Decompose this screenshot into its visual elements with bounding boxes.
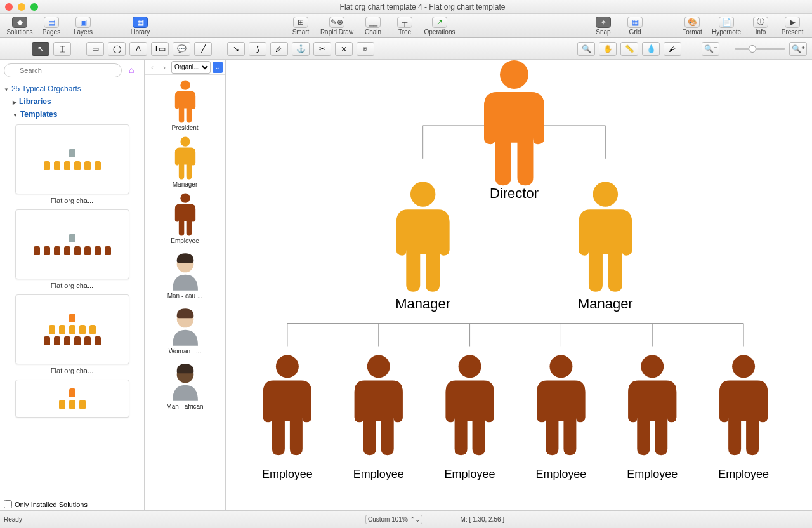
mouse-coords: M: [ 1.30, 2.56 ]	[461, 516, 504, 523]
textbox-tool[interactable]: T▭	[151, 42, 169, 56]
shapes-panel: ‹ › Organi... ⌄ President Manager Employ…	[145, 60, 226, 510]
svg-point-24	[549, 355, 572, 378]
shape-item[interactable]: Manager	[145, 135, 225, 188]
brush-tool[interactable]: 🖌	[664, 42, 681, 56]
search-input[interactable]	[4, 63, 122, 77]
shape-item[interactable]: Man - cau ...	[145, 248, 225, 300]
svg-point-18	[500, 60, 528, 89]
solutions-button[interactable]: ◆Solutions	[4, 15, 36, 37]
present-button[interactable]: ▶Present	[776, 15, 808, 37]
titlebar: Flat org chart template 4 - Flat org cha…	[0, 0, 812, 14]
rect-tool[interactable]: ▭	[86, 42, 104, 56]
eyedropper-tool[interactable]: 💧	[642, 42, 660, 56]
node-label: Employee	[445, 468, 495, 480]
operations-button[interactable]: ↗Operations	[421, 15, 459, 37]
connector-tool[interactable]: ↘	[227, 42, 245, 56]
shape-item[interactable]: Woman - ...	[145, 303, 225, 355]
person-icon[interactable]	[263, 355, 311, 455]
measure-tool[interactable]: 📏	[620, 42, 638, 56]
anchor-tool[interactable]: ⚓	[292, 42, 310, 56]
shape-item[interactable]: Employee	[145, 192, 225, 244]
only-installed-check[interactable]	[4, 500, 12, 508]
nav-forward-icon[interactable]: ›	[159, 62, 169, 72]
zoom-out-button[interactable]: 🔍⁻	[702, 42, 719, 56]
grid-button[interactable]: ▦Grid	[619, 15, 651, 37]
minimize-window-button[interactable]	[18, 3, 25, 11]
text-tool[interactable]: A	[129, 42, 147, 56]
ellipse-tool[interactable]: ◯	[108, 42, 126, 56]
node-label: Director	[490, 185, 539, 201]
svg-point-21	[276, 355, 299, 378]
info-button[interactable]: ⓘInfo	[745, 15, 776, 37]
scissor-tool[interactable]: ✂	[313, 42, 331, 56]
person-icon[interactable]	[446, 355, 494, 455]
template-thumb[interactable]: Flat org cha...	[5, 209, 139, 289]
person-icon[interactable]	[484, 60, 544, 185]
tree-templates[interactable]: Templates	[13, 108, 140, 121]
svg-point-20	[593, 182, 619, 207]
format-button[interactable]: 🎨Format	[676, 15, 708, 37]
library-button[interactable]: ▦Library	[124, 15, 156, 37]
org-chart: Director Manager Manager Employee Employ…	[226, 60, 812, 510]
node-label: Employee	[535, 468, 586, 480]
node-label: Employee	[627, 468, 678, 480]
pages-button[interactable]: ▤Pages	[36, 15, 67, 37]
curve-tool[interactable]: ⟆	[249, 42, 266, 56]
maximize-window-button[interactable]	[30, 3, 38, 11]
svg-point-22	[367, 355, 390, 378]
highlighter-tool[interactable]: 🖊	[270, 42, 288, 56]
zoom-slider[interactable]	[735, 48, 785, 50]
smart-button[interactable]: ⊞Smart	[285, 15, 317, 37]
tree-libraries[interactable]: Libraries	[13, 95, 140, 108]
rapid-draw-button[interactable]: ✎⊕Rapid Draw	[317, 15, 357, 37]
layers-button[interactable]: ▣Layers	[67, 15, 99, 37]
callout-tool[interactable]: 💬	[173, 42, 190, 56]
statusbar: Ready Custom 101% ⌃⌄ M: [ 1.30, 2.56 ]	[0, 510, 812, 528]
node-label: Employee	[353, 468, 404, 480]
shapes-library-selector[interactable]: Organi...	[171, 61, 211, 74]
close-window-button[interactable]	[5, 3, 13, 11]
window-controls	[5, 3, 38, 11]
zoom-tool[interactable]: 🔍	[577, 42, 595, 56]
chain-button[interactable]: ⎯⎯Chain	[357, 15, 389, 37]
text-cursor-tool[interactable]: ⌶	[53, 42, 71, 56]
tree-root[interactable]: 25 Typical Orgcharts	[4, 82, 140, 95]
zoom-in-button[interactable]: 🔍⁺	[789, 42, 807, 56]
templates-list: Flat org cha... Flat org cha... Flat org…	[0, 122, 144, 498]
zoom-select[interactable]: Custom 101% ⌃⌄	[365, 515, 422, 524]
template-label: Flat org cha...	[5, 367, 139, 374]
cut-tool[interactable]: ⨯	[335, 42, 353, 56]
main-area: ⌂ 25 Typical Orgcharts Libraries Templat…	[0, 60, 812, 510]
nav-back-icon[interactable]: ‹	[147, 62, 157, 72]
template-thumb[interactable]: Flat org cha...	[5, 294, 139, 374]
person-icon[interactable]	[396, 182, 450, 292]
snap-button[interactable]: ⌖Snap	[587, 15, 619, 37]
svg-point-19	[410, 182, 436, 207]
main-toolbar: ◆Solutions ▤Pages ▣Layers ▦Library ⊞Smar…	[0, 14, 812, 38]
person-icon[interactable]	[719, 355, 768, 455]
shape-item[interactable]: Man - african	[145, 359, 225, 410]
crop-tool[interactable]: ⧈	[357, 42, 374, 56]
home-icon[interactable]: ⌂	[129, 65, 140, 76]
template-label: Flat org cha...	[5, 282, 139, 289]
pointer-tool[interactable]: ↖	[32, 42, 49, 56]
shape-item[interactable]: President	[145, 79, 225, 131]
canvas[interactable]: Director Manager Manager Employee Employ…	[226, 60, 812, 510]
solutions-panel: ⌂ 25 Typical Orgcharts Libraries Templat…	[0, 60, 145, 510]
node-label: Employee	[262, 468, 313, 480]
line-tool[interactable]: ╱	[194, 42, 212, 56]
svg-point-25	[641, 355, 664, 378]
only-installed-checkbox[interactable]: Only Installed Solutions	[0, 498, 144, 510]
person-icon[interactable]	[579, 182, 632, 292]
person-icon[interactable]	[355, 355, 403, 455]
shapes-menu-button[interactable]: ⌄	[213, 62, 223, 73]
person-icon[interactable]	[537, 355, 585, 455]
pan-tool[interactable]: ✋	[599, 42, 617, 56]
status-ready: Ready	[4, 516, 131, 523]
person-icon[interactable]	[628, 355, 676, 455]
node-label: Manager	[395, 296, 450, 312]
tree-button[interactable]: ┬Tree	[389, 15, 421, 37]
template-thumb[interactable]: Flat org cha...	[5, 124, 139, 204]
hypernote-button[interactable]: 📄Hypernote	[708, 15, 745, 37]
template-thumb[interactable]	[5, 380, 139, 418]
